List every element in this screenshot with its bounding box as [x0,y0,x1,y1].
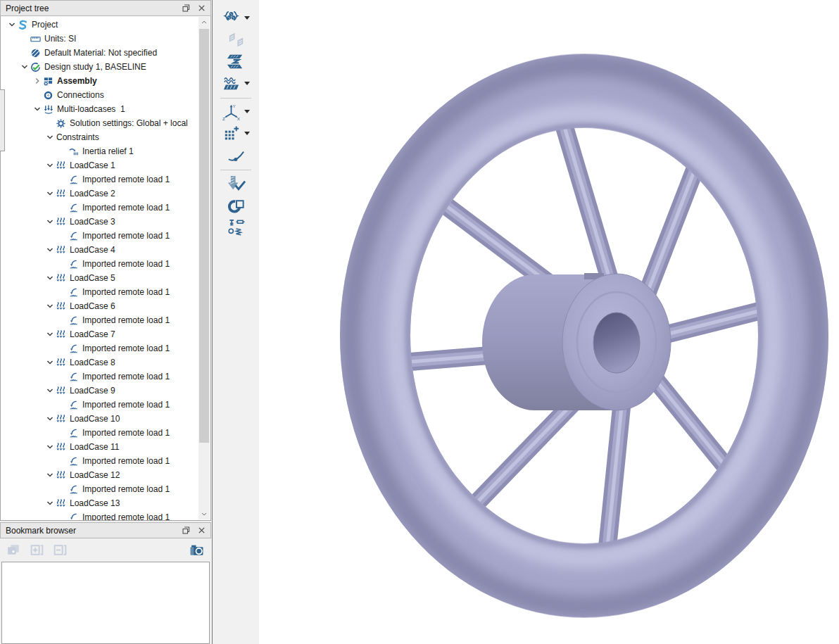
plates-contact-button[interactable] [227,30,246,50]
tree-scrollbar[interactable] [198,17,210,519]
chevron-icon[interactable] [58,400,68,409]
dropdown-arrow-icon[interactable] [244,16,250,20]
chevron-down-icon[interactable] [20,63,30,71]
tree-row[interactable]: Project [1,18,198,32]
scrollbar-thumb[interactable] [199,29,209,443]
camera-button[interactable] [187,541,206,560]
plates-bonded-button[interactable] [227,51,246,72]
tree-row[interactable]: LoadCase 3 [1,215,198,229]
braces-connections-button[interactable] [222,8,250,28]
tree-row[interactable]: Imported remote load 1 [1,313,198,327]
chevron-down-icon[interactable] [33,105,43,113]
tree-row[interactable]: Imported remote load 1 [1,341,198,355]
project-tree-titlebar[interactable]: Project tree [0,0,211,16]
tree-row[interactable]: Units: SI [1,32,198,46]
dropdown-arrow-icon[interactable] [244,82,250,85]
chevron-icon[interactable] [58,288,68,296]
chevron-icon[interactable] [58,457,68,465]
tree-row[interactable]: Imported remote load 1 [1,510,198,520]
close-panel-icon[interactable] [195,524,208,537]
chevron-icon[interactable] [58,232,68,240]
bookmark-stack-button[interactable] [4,541,23,560]
viewport-3d[interactable] [259,0,839,644]
chevron-down-icon[interactable] [46,358,56,367]
chevron-down-icon[interactable] [46,274,56,282]
tree-row[interactable]: LoadCase 11 [1,440,198,454]
float-panel-icon[interactable] [179,2,192,15]
chevron-icon[interactable] [46,119,56,127]
chevron-icon[interactable] [20,49,30,57]
chevron-down-icon[interactable] [46,189,56,198]
bookmark-remove-button[interactable] [51,541,69,560]
tree-row[interactable]: Imported remote load 1 [1,482,198,496]
chevron-down-icon[interactable] [46,415,56,423]
rotate-square-button[interactable] [227,195,246,215]
chevron-down-icon[interactable] [46,330,56,339]
chevron-right-icon[interactable] [33,77,43,85]
chevron-icon[interactable] [58,203,68,212]
hatch-wave-button[interactable] [222,73,250,94]
chevron-down-icon[interactable] [8,20,18,29]
chevron-icon[interactable] [58,316,68,324]
dot-grid-plus-button[interactable] [222,123,250,144]
chevron-down-icon[interactable] [46,386,56,395]
tree-row[interactable]: LoadCase 5 [1,271,198,285]
chevron-down-icon[interactable] [46,443,56,451]
chevron-icon[interactable] [58,260,68,268]
close-panel-icon[interactable] [195,2,208,15]
tree-row[interactable]: LoadCase 2 [1,187,198,201]
curve-point-button[interactable] [227,145,246,165]
tree-row[interactable]: Imported remote load 1 [1,201,198,215]
float-panel-icon[interactable] [179,524,192,537]
tree-row[interactable]: Imported remote load 1 [1,172,198,187]
collapsed-panel-tab[interactable] [0,89,5,151]
tree-row[interactable]: LoadCase 12 [1,468,198,482]
axes-triad-button[interactable] [222,101,250,122]
chevron-icon[interactable] [58,372,68,381]
tree-row[interactable]: LoadCase 4 [1,243,198,257]
tree-row[interactable]: LoadCase 6 [1,299,198,313]
tree-row[interactable]: Connections [1,88,198,102]
scroll-up-icon[interactable] [198,17,210,28]
tree-row[interactable]: Imported remote load 1 [1,257,198,271]
bookmark-browser-titlebar[interactable]: Bookmark browser [0,522,211,538]
tree-row[interactable]: Imported remote load 1 [1,426,198,440]
chevron-icon[interactable] [20,34,30,43]
bookmark-list[interactable] [1,562,210,644]
tree-row[interactable]: Imported remote load 1 [1,398,198,412]
chevron-down-icon[interactable] [46,499,56,507]
tree-row[interactable]: LoadCase 7 [1,327,198,341]
tree-row[interactable]: Default Material: Not specified [1,46,198,60]
bolt-spring-button[interactable] [227,217,246,237]
chevron-down-icon[interactable] [46,217,56,226]
chevron-down-icon[interactable] [46,133,56,141]
chevron-icon[interactable] [58,175,68,184]
tree-row[interactable]: Design study 1, BASELINE [1,60,198,74]
tree-row[interactable]: Constraints [1,130,198,144]
chevron-icon[interactable] [58,513,68,520]
chevron-icon[interactable] [58,429,68,437]
chevron-icon[interactable] [58,344,68,353]
chevron-icon[interactable] [33,91,43,99]
tree-row[interactable]: Inertia relief 1 [1,144,198,158]
tree-row[interactable]: Solution settings: Global + local [1,116,198,130]
tree-row[interactable]: LoadCase 13 [1,496,198,510]
chevron-down-icon[interactable] [46,471,56,479]
dropdown-arrow-icon[interactable] [244,110,250,113]
scroll-down-icon[interactable] [198,508,210,519]
tree-row[interactable]: Imported remote load 1 [1,229,198,243]
tree-row[interactable]: Imported remote load 1 [1,370,198,384]
chevron-down-icon[interactable] [46,302,56,310]
tree-row[interactable]: LoadCase 9 [1,384,198,398]
tree-row[interactable]: LoadCase 10 [1,412,198,426]
chevron-icon[interactable] [58,485,68,493]
chevron-down-icon[interactable] [46,161,56,170]
bookmark-add-button[interactable] [27,541,46,560]
dropdown-arrow-icon[interactable] [244,132,250,135]
tree-row[interactable]: Imported remote load 1 [1,285,198,299]
tree-row[interactable]: Assembly [1,74,198,88]
chevron-down-icon[interactable] [46,246,56,254]
tree-row[interactable]: Imported remote load 1 [1,454,198,468]
chevron-icon[interactable] [58,147,68,156]
tree-row[interactable]: Multi-loadcases 1 [1,102,198,116]
